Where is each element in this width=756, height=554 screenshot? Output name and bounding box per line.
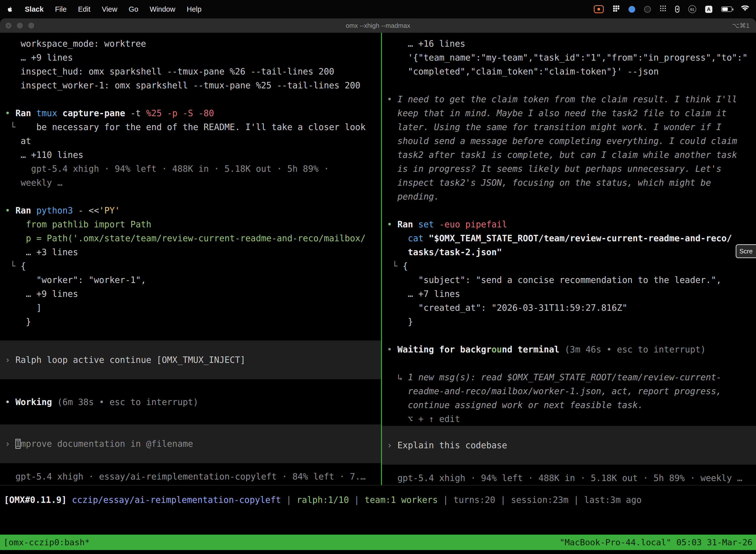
menu-item-file[interactable]: File xyxy=(55,5,67,13)
text-segment: tasks/task-2.json" xyxy=(387,247,502,257)
terminal-line: … +7 lines xyxy=(387,287,751,301)
window-grid-icon[interactable] xyxy=(613,5,620,14)
terminal-output-left: workspace_mode: worktree … +9 lines insp… xyxy=(5,37,376,329)
text-segment: cczip/essay/ai-reimplementation-copyleft xyxy=(72,495,281,505)
text-segment: … +3 lines xyxy=(5,247,78,257)
text-segment: • xyxy=(387,344,397,354)
terminal-line: … +16 lines xyxy=(387,37,751,51)
terminal-line: inspect task2's JSON, focusing on the st… xyxy=(387,176,751,189)
model-status-text: gpt-5.4 xhigh · essay/ai-reimplementatio… xyxy=(15,472,366,482)
terminal-line: from pathlib import Path xyxy=(5,217,376,231)
text-segment: 'PY' xyxy=(99,206,120,215)
text-segment: | xyxy=(495,495,511,505)
text-segment: "created_at": "2026-03-31T11:59:27.816Z" xyxy=(387,303,627,313)
text-segment: [OMX#0.11.9] xyxy=(4,495,72,505)
text-segment: Ran xyxy=(15,206,36,215)
pane-left[interactable]: workspace_mode: worktree … +9 lines insp… xyxy=(0,33,381,485)
text-segment: "completed","claim_token":"claim-token"}… xyxy=(387,66,659,76)
text-segment: inspect_hud: omx sparkshell --tmux-pane … xyxy=(5,66,334,76)
text-segment: ⌥ + ↑ edit xyxy=(387,414,460,424)
inject-banner: › Ralph loop active continue [OMX_TMUX_I… xyxy=(0,340,381,379)
tmux-host-time-label: "MacBook-Pro-44.local" 05:03 31-Mar-26 xyxy=(560,537,753,547)
terminal-line: … +110 lines xyxy=(5,148,376,162)
apple-menu[interactable] xyxy=(7,5,13,13)
app-menu-slack[interactable]: Slack xyxy=(25,5,44,13)
text-segment: | xyxy=(438,495,453,505)
text-segment: └ xyxy=(5,122,36,132)
model-status-left: gpt-5.4 xhigh · essay/ai-reimplementatio… xyxy=(5,469,376,484)
wifi-icon[interactable] xyxy=(741,5,749,13)
text-segment: keep that in mind. Maybe I also need the… xyxy=(387,108,727,118)
terminal-line: weekly … xyxy=(5,176,376,189)
prompt-chevron-icon: › xyxy=(387,440,397,450)
terminal-line: • Waiting for background terminal (3m 46… xyxy=(387,342,751,356)
terminal-line: at xyxy=(5,134,376,148)
text-segment: task2 after task1 is complete, but can I… xyxy=(387,150,737,160)
text-segment: Waiting for backgr xyxy=(397,344,491,354)
text-segment: └ xyxy=(387,261,402,271)
model-status-text: gpt-5.4 xhigh · 94% left · 488K in · 5.1… xyxy=(397,473,742,483)
terminal-line: ] xyxy=(5,301,376,315)
terminal-line: … +3 lines xyxy=(5,245,376,259)
prompt-chevron-icon: › xyxy=(5,439,15,449)
terminal-line: … +9 lines xyxy=(5,287,376,301)
terminal-line: "completed","claim_token":"claim-token"}… xyxy=(387,64,751,78)
terminal-line: └ { xyxy=(5,259,376,273)
title-bar[interactable]: × omx --xhigh --madmax ⌥⌘1 xyxy=(0,18,756,33)
terminal-line: • Ran python3 - <<'PY' xyxy=(5,204,376,217)
text-segment: … +9 lines xyxy=(5,289,78,299)
input-source-icon[interactable]: A xyxy=(705,6,712,13)
text-segment: … +9 lines xyxy=(5,53,73,63)
prompt-input-left[interactable]: › Improve documentation in @filename xyxy=(0,425,381,463)
screen-recording-indicator-icon[interactable] xyxy=(594,5,604,13)
prompt-chevron-icon: › xyxy=(5,355,15,365)
terminal-line: • Ran set -euo pipefail xyxy=(387,217,751,231)
menu-item-help[interactable]: Help xyxy=(187,5,202,13)
terminal-line: workspace_mode: worktree xyxy=(5,37,376,51)
text-segment: | xyxy=(281,495,297,505)
terminal-line xyxy=(387,356,751,370)
window-controls: × xyxy=(5,18,34,33)
text-segment: set xyxy=(418,219,434,229)
window-shortcut-hint: ⌥⌘1 xyxy=(732,22,750,30)
text-segment: should send a message before completing … xyxy=(387,136,737,146)
text-segment: } xyxy=(387,317,413,327)
terminal-line: … +9 lines xyxy=(5,51,376,64)
close-button[interactable]: × xyxy=(5,22,11,29)
text-segment: session:23m xyxy=(511,495,568,505)
pill-app-icon[interactable] xyxy=(675,6,679,13)
dark-app-icon[interactable] xyxy=(644,6,651,13)
terminal-line: later. Using the same for transition mig… xyxy=(387,120,751,134)
terminal-line: is in progress? It seems likely but perh… xyxy=(387,162,751,176)
tmux-session-label: [omx-cczip0:bash* xyxy=(3,537,90,547)
terminal-line: } xyxy=(5,315,376,329)
menu-item-go[interactable]: Go xyxy=(129,5,138,13)
terminal-line: inspect_worker-1: omx sparkshell --tmux-… xyxy=(5,78,376,92)
notification-fragment[interactable]: Scre xyxy=(736,244,756,258)
terminal-line: p = Path('.omx/state/team/review-current… xyxy=(5,231,376,245)
battery-percent-badge[interactable]: 61 xyxy=(688,5,696,13)
battery-icon[interactable] xyxy=(721,6,732,12)
text-cursor: I xyxy=(15,439,20,449)
terminal-line: '{"team_name":"my-team","task_id":"1","f… xyxy=(387,51,751,64)
menu-item-window[interactable]: Window xyxy=(150,5,175,13)
terminal-line xyxy=(5,92,376,106)
menu-item-view[interactable]: View xyxy=(102,5,117,13)
pane-right[interactable]: … +16 lines '{"team_name":"my-team","tas… xyxy=(382,33,756,485)
menu-bar-status-icons: 61 A xyxy=(594,5,749,14)
app-grid-dots-icon[interactable] xyxy=(660,5,666,13)
zoom-button[interactable] xyxy=(28,22,34,29)
minimize-button[interactable] xyxy=(17,22,23,29)
text-segment: capture-pane xyxy=(57,108,125,118)
text-segment: └ xyxy=(5,261,20,271)
text-segment: 1 new msg(s): read $OMX_TEAM_STATE_ROOT/… xyxy=(408,372,721,382)
menu-item-edit[interactable]: Edit xyxy=(78,5,90,13)
blue-app-icon[interactable] xyxy=(629,6,635,13)
text-segment: … +110 lines xyxy=(5,150,83,160)
text-segment: • xyxy=(387,94,397,104)
status-bullet: • xyxy=(5,397,15,407)
model-status-right: gpt-5.4 xhigh · 94% left · 488K in · 5.1… xyxy=(387,471,751,485)
text-segment: %25 -p -S -80 xyxy=(146,108,214,118)
prompt-input-right[interactable]: › Explain this codebase xyxy=(382,426,756,465)
terminal-line: "subject": "send a concise recommendatio… xyxy=(387,273,751,287)
